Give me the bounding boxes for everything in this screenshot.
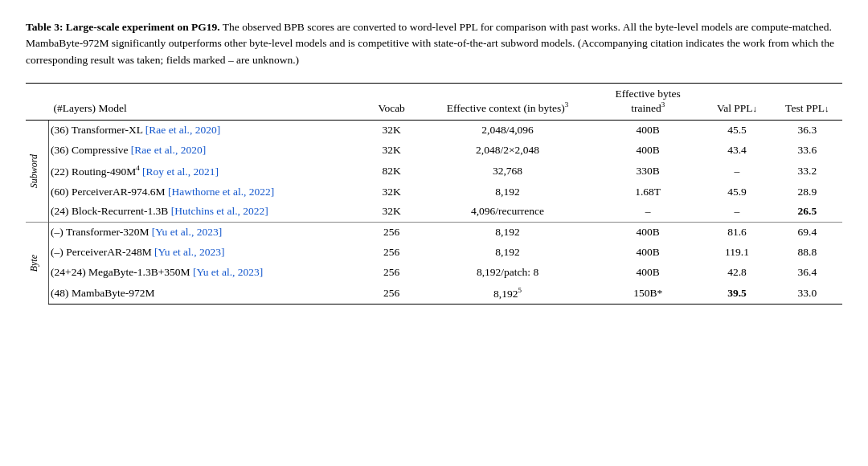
test-ppl-cell: 26.5 <box>772 202 842 222</box>
model-cell: (–) Transformer-320M [Yu et al., 2023] <box>49 223 362 243</box>
val-ppl-col-header: Val PPL <box>702 83 772 121</box>
test-ppl-cell: 33.0 <box>772 283 842 305</box>
eff-bytes-cell: 400B <box>594 141 702 161</box>
model-cell: (22) Routing-490M4 [Roy et al., 2021] <box>49 161 362 182</box>
eff-context-cell: 32,768 <box>421 161 594 182</box>
table-label: Table 3: <box>26 21 63 33</box>
val-ppl-cell: 43.4 <box>702 141 772 161</box>
eff-context-cell: 2,048/4,096 <box>421 121 594 141</box>
model-cell: (60) PerceiverAR-974.6M [Hawthorne et al… <box>49 182 362 202</box>
eff-bytes-cell: 400B <box>594 121 702 141</box>
eff-bytes-cell: 1.68T <box>594 182 702 202</box>
eff-bytes-col-header: Effective bytes trained3 <box>594 83 702 121</box>
results-table: (#Layers) Model Vocab Effective context … <box>26 83 842 305</box>
eff-bytes-cell: 400B <box>594 243 702 263</box>
model-cell: (36) Transformer-XL [Rae et al., 2020] <box>49 121 362 141</box>
eff-bytes-cell: 400B <box>594 223 702 243</box>
test-ppl-cell: 33.6 <box>772 141 842 161</box>
model-cell: (36) Compressive [Rae et al., 2020] <box>49 141 362 161</box>
vocab-cell: 256 <box>362 223 421 243</box>
eff-context-cell: 8,1925 <box>421 283 594 305</box>
test-ppl-col-header: Test PPL <box>772 83 842 121</box>
eff-bytes-cell: 150B* <box>594 283 702 305</box>
vocab-cell: 32K <box>362 121 421 141</box>
vocab-cell: 32K <box>362 202 421 222</box>
val-ppl-cell: 45.9 <box>702 182 772 202</box>
vocab-cell: 82K <box>362 161 421 182</box>
caption: Table 3: Large-scale experiment on PG19.… <box>26 19 842 68</box>
test-ppl-cell: 36.4 <box>772 263 842 283</box>
vocab-cell: 256 <box>362 263 421 283</box>
model-cell: (24) Block-Recurrent-1.3B [Hutchins et a… <box>49 202 362 222</box>
vocab-cell: 32K <box>362 182 421 202</box>
val-ppl-cell: – <box>702 161 772 182</box>
val-ppl-cell: 42.8 <box>702 263 772 283</box>
val-ppl-cell: – <box>702 202 772 222</box>
eff-bytes-cell: 400B <box>594 263 702 283</box>
byte-group-label: Byte <box>26 223 49 305</box>
val-ppl-cell: 45.5 <box>702 121 772 141</box>
model-cell: (–) PerceiverAR-248M [Yu et al., 2023] <box>49 243 362 263</box>
test-ppl-cell: 28.9 <box>772 182 842 202</box>
vocab-cell: 32K <box>362 141 421 161</box>
test-ppl-cell: 36.3 <box>772 121 842 141</box>
vocab-col-header: Vocab <box>362 83 421 121</box>
test-ppl-cell: 69.4 <box>772 223 842 243</box>
eff-bytes-cell: – <box>594 202 702 222</box>
eff-context-cell: 4,096/recurrence <box>421 202 594 222</box>
test-ppl-cell: 88.8 <box>772 243 842 263</box>
caption-bold: Large-scale experiment on PG19. <box>66 21 220 33</box>
eff-context-col-header: Effective context (in bytes)3 <box>421 83 594 121</box>
eff-context-cell: 8,192/patch: 8 <box>421 263 594 283</box>
model-cell: (24+24) MegaByte-1.3B+350M [Yu et al., 2… <box>49 263 362 283</box>
model-col-header: (#Layers) Model <box>49 83 362 121</box>
eff-bytes-cell: 330B <box>594 161 702 182</box>
val-ppl-cell: 119.1 <box>702 243 772 263</box>
val-ppl-cell: 39.5 <box>702 283 772 305</box>
test-ppl-cell: 33.2 <box>772 161 842 182</box>
eff-context-cell: 8,192 <box>421 243 594 263</box>
vocab-cell: 256 <box>362 243 421 263</box>
eff-context-cell: 2,048/2×2,048 <box>421 141 594 161</box>
val-ppl-cell: 81.6 <box>702 223 772 243</box>
eff-context-cell: 8,192 <box>421 182 594 202</box>
eff-context-cell: 8,192 <box>421 223 594 243</box>
model-cell: (48) MambaByte-972M <box>49 283 362 305</box>
subword-group-label: Subword <box>26 121 49 223</box>
vocab-cell: 256 <box>362 283 421 305</box>
